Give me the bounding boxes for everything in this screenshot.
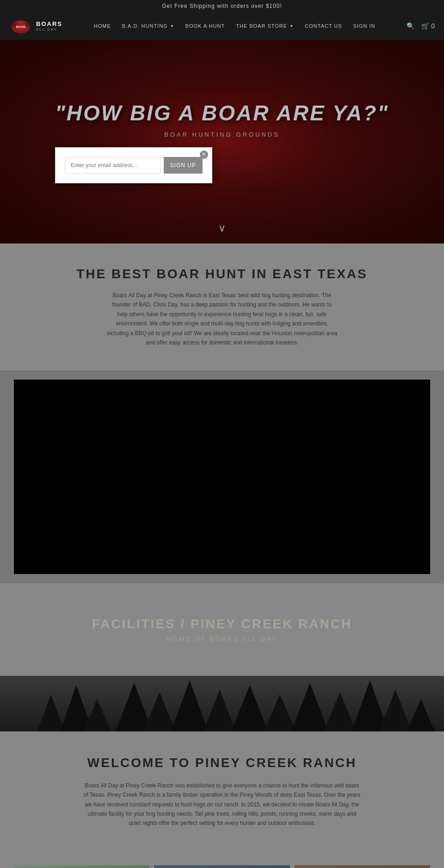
logo-subtext: ALL DAY xyxy=(36,27,62,31)
logo-icon: BOARS xyxy=(9,17,32,35)
promo-banner: Get Free Shipping with orders over $100! xyxy=(0,0,444,12)
landscape-divider xyxy=(0,676,444,731)
dropdown-arrow-icon-2: ▼ xyxy=(290,24,294,28)
image-placeholder-3 xyxy=(295,865,430,868)
video-section xyxy=(0,370,444,583)
grid-image-2 xyxy=(154,865,290,868)
facilities-title: FACILITIES / PINEY CREEK RANCH xyxy=(92,617,352,631)
hero-content: "HOW BIG A BOAR ARE YA?" BOAR HUNTING GR… xyxy=(55,100,389,183)
nav-item-signin[interactable]: SIGN IN xyxy=(349,19,380,32)
scroll-down-icon[interactable]: ∨ xyxy=(218,222,226,234)
image-placeholder-2 xyxy=(154,865,290,868)
svg-text:BOARS: BOARS xyxy=(16,25,26,28)
nav-item-contact[interactable]: CONTACT US xyxy=(300,19,347,32)
grid-image-3 xyxy=(295,865,430,868)
video-player[interactable] xyxy=(14,380,430,574)
email-input[interactable] xyxy=(65,157,161,174)
cart-icon[interactable]: 🛒 0 xyxy=(421,22,435,30)
promo-text: Get Free Shipping with orders over $100! xyxy=(162,3,282,9)
logo-text: BOARS xyxy=(36,20,62,27)
image-placeholder-1 xyxy=(14,865,149,868)
nav-links: HOME B.A.D. HUNTING ▼ BOOK A HUNT THE BO… xyxy=(62,19,407,32)
signup-button[interactable]: SIGN UP xyxy=(164,157,203,174)
hero-section: "HOW BIG A BOAR ARE YA?" BOAR HUNTING GR… xyxy=(0,40,444,244)
nav-item-store[interactable]: THE BOAR STORE ▼ xyxy=(231,19,298,32)
close-icon[interactable]: ✕ xyxy=(200,150,208,159)
image-grid xyxy=(0,865,444,868)
facilities-subtitle: HOME OF BOARS ALL DAY xyxy=(166,635,278,643)
hero-title: "HOW BIG A BOAR ARE YA?" xyxy=(55,100,389,125)
welcome-body: Boars All Day at Piney Creek Ranch was e… xyxy=(83,781,361,828)
nav-icon-group: 🔍 🛒 0 xyxy=(407,22,435,30)
dropdown-arrow-icon: ▼ xyxy=(170,24,174,28)
best-boar-heading: THE BEST BOAR HUNT IN EAST TEXAS xyxy=(37,267,407,281)
navbar: BOARS BOARS ALL DAY HOME B.A.D. HUNTING … xyxy=(0,12,444,40)
hero-subtitle: BOAR HUNTING GROUNDS xyxy=(55,131,389,138)
nav-item-bad-hunting[interactable]: B.A.D. HUNTING ▼ xyxy=(117,19,179,32)
nav-item-home[interactable]: HOME xyxy=(89,19,116,32)
welcome-heading: WELCOME TO PINEY CREEK RANCH xyxy=(37,755,407,771)
email-popup: ✕ SIGN UP xyxy=(55,147,212,183)
landscape-image xyxy=(0,676,444,731)
best-boar-section: THE BEST BOAR HUNT IN EAST TEXAS Boars A… xyxy=(0,244,444,370)
search-icon[interactable]: 🔍 xyxy=(407,22,414,30)
facilities-section: FACILITIES / PINEY CREEK RANCH HOME OF B… xyxy=(0,583,444,676)
best-boar-body: Boars All Day at Piney Creek Ranch is Ea… xyxy=(106,291,338,347)
logo[interactable]: BOARS BOARS ALL DAY xyxy=(9,17,62,35)
grid-image-1 xyxy=(14,865,149,868)
trees-svg xyxy=(0,676,444,731)
nav-item-book[interactable]: BOOK A HUNT xyxy=(181,19,230,32)
welcome-section: WELCOME TO PINEY CREEK RANCH Boars All D… xyxy=(0,731,444,865)
